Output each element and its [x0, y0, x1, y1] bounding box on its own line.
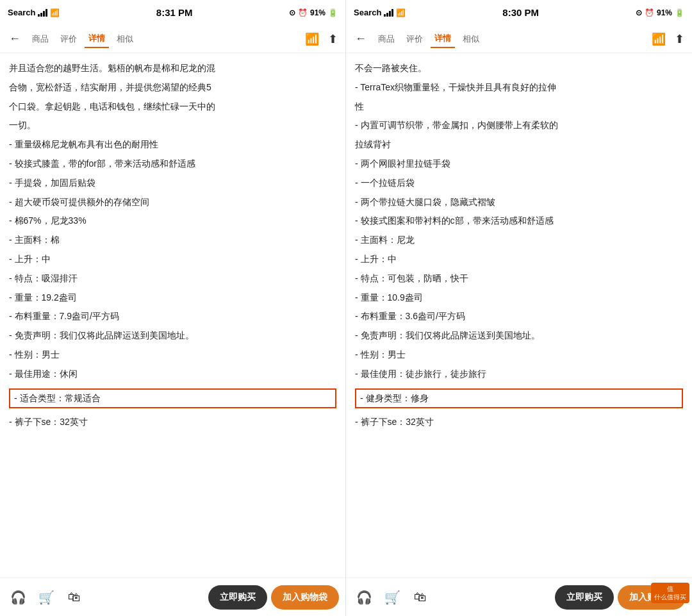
nav-bar-right: ← 商品 评价 详情 相似 📶 ⬆	[346, 25, 692, 53]
tab-detail-left[interactable]: 详情	[85, 30, 109, 48]
bottom-buttons-right: 立即购买 加入购物袋	[437, 585, 686, 610]
tab-product-left[interactable]: 商品	[28, 31, 53, 47]
bar4	[45, 9, 47, 17]
highlight-text-right: - 健身类型：修身	[355, 388, 683, 409]
content-line-0: 并且适合您的越野生活。魁梧的帆布是棉和尼龙的混	[9, 61, 336, 76]
content-line-1: 合物，宽松舒适，结实耐用，并提供您渴望的经典5	[9, 80, 336, 96]
content-r-line-1: - TerraTex织物重量轻，干燥快并且具有良好的拉伸	[355, 80, 683, 96]
content-line-16: - 最佳用途：休闲	[9, 367, 336, 382]
content-r-line-4: 拉绒背衬	[355, 137, 683, 153]
store-icon-left[interactable]: 🛒	[35, 586, 58, 609]
time-left: 8:31 PM	[156, 7, 193, 18]
extra-line-0-right: - 裤子下se：32英寸	[355, 415, 683, 430]
status-bar-left: Search 📶 8:31 PM ⊙ ⏰ 91% 🔋	[0, 0, 345, 25]
share-icon-left[interactable]: ⬆	[325, 29, 340, 49]
content-line-11: - 特点：吸湿排汗	[9, 271, 336, 287]
content-r-line-12: - 重量：10.9盎司	[355, 290, 683, 306]
content-r-line-6: - 一个拉链后袋	[355, 176, 683, 191]
content-left: 并且适合您的越野生活。魁梧的帆布是棉和尼龙的混 合物，宽松舒适，结实耐用，并提供…	[0, 53, 345, 578]
highlight-row-left: - 适合类型：常规适合	[9, 386, 336, 412]
content-line-6: - 手提袋，加固后贴袋	[9, 176, 336, 191]
content-line-7: - 超大硬币袋可提供额外的存储空间	[9, 195, 336, 210]
bar1	[38, 14, 40, 17]
headphone-icon-left[interactable]: 🎧	[6, 586, 29, 609]
tab-similar-left[interactable]: 相似	[113, 31, 137, 47]
battery-icon-right: 🔋	[675, 8, 684, 17]
bottom-bar-left: 🎧 🛒 🛍 立即购买 加入购物袋	[0, 578, 345, 616]
phone-panel-right: Search 📶 8:30 PM ⊙ ⏰ 91% 🔋 ← 商品 评价 详情 相似…	[346, 0, 692, 616]
bar2	[40, 13, 42, 17]
content-line-12: - 重量：19.2盎司	[9, 290, 336, 306]
time-right: 8:30 PM	[502, 7, 539, 18]
alarm-icon-right: ⏰	[645, 8, 654, 17]
content-r-line-15: - 性别：男士	[355, 347, 683, 363]
content-line-13: - 布料重量：7.9盎司/平方码	[9, 309, 336, 324]
bottom-bar-right: 🎧 🛒 🛍 立即购买 加入购物袋	[346, 578, 692, 616]
signal-bars-left	[38, 9, 47, 17]
bag-icon-right[interactable]: 🛍	[409, 586, 432, 609]
content-r-line-3: - 内置可调节织带，带金属扣，内侧腰带上有柔软的	[355, 118, 683, 133]
content-r-line-10: - 上升：中	[355, 252, 683, 267]
tab-similar-right[interactable]: 相似	[459, 31, 483, 47]
status-bar-right: Search 📶 8:30 PM ⊙ ⏰ 91% 🔋	[346, 0, 692, 25]
bar1r	[384, 14, 386, 17]
tab-review-left[interactable]: 评价	[56, 31, 81, 47]
highlight-text-left: - 适合类型：常规适合	[9, 388, 336, 409]
nav-bar-left: ← 商品 评价 详情 相似 📶 ⬆	[0, 25, 345, 53]
content-line-5: - 较接式膝盖，带的for部，带来活动感和舒适感	[9, 156, 336, 172]
wifi-icon-right: 📶	[396, 8, 406, 17]
bar3	[43, 11, 45, 17]
status-right-left: ⊙ ⏰ 91% 🔋	[289, 8, 338, 17]
bar2r	[386, 13, 388, 17]
status-left-left: Search 📶	[8, 8, 60, 17]
content-line-4: - 重量级棉尼龙帆布具有出色的耐用性	[9, 137, 336, 153]
back-button-left[interactable]: ←	[5, 29, 24, 48]
content-right: 不会一路被夹住。 - TerraTex织物重量轻，干燥快并且具有良好的拉伸 性 …	[346, 53, 692, 578]
share-icon-right[interactable]: ⬆	[672, 29, 687, 49]
headphone-icon-right[interactable]: 🎧	[352, 586, 375, 609]
phone-panel-left: Search 📶 8:31 PM ⊙ ⏰ 91% 🔋 ← 商品 评价 详情 相似…	[0, 0, 346, 616]
extra-line-0-left: - 裤子下se：32英寸	[9, 415, 336, 430]
content-line-9: - 主面料：棉	[9, 233, 336, 248]
content-line-15: - 性别：男士	[9, 347, 336, 363]
bottom-buttons-left: 立即购买 加入购物袋	[91, 585, 339, 610]
content-line-2: 个口袋。拿起钥匙，电话和钱包，继续忙碌一天中的	[9, 99, 336, 115]
buy-button-right[interactable]: 立即购买	[555, 585, 614, 610]
battery-text-right: 91%	[657, 8, 672, 17]
bar3r	[389, 11, 391, 17]
content-r-line-5: - 两个网眼衬里拉链手袋	[355, 156, 683, 172]
content-r-line-2: 性	[355, 99, 683, 115]
bag-icon-left[interactable]: 🛍	[63, 586, 86, 609]
content-r-line-16: - 最佳使用：徒步旅行，徒步旅行	[355, 367, 683, 382]
content-r-line-13: - 布料重量：3.6盎司/平方码	[355, 309, 683, 324]
wifi-icon-left: 📶	[50, 8, 60, 17]
signal-text-left: Search	[8, 8, 35, 17]
location-icon-left: ⊙	[289, 8, 295, 17]
content-r-line-11: - 特点：可包装，防晒，快干	[355, 271, 683, 287]
content-r-line-9: - 主面料：尼龙	[355, 233, 683, 248]
bar4r	[391, 9, 393, 17]
highlight-row-right: - 健身类型：修身	[355, 386, 683, 412]
content-line-14: - 免责声明：我们仅将此品牌运送到美国地址。	[9, 328, 336, 344]
wireless-icon-right[interactable]: 📶	[649, 29, 668, 49]
battery-icon-left: 🔋	[328, 8, 338, 17]
watermark: 值什么值得买	[651, 583, 689, 603]
content-r-line-8: - 较接式图案和带衬料的c部，带来活动感和舒适感	[355, 213, 683, 229]
content-line-3: 一切。	[9, 118, 336, 133]
status-left-right: Search 📶	[354, 8, 406, 17]
store-icon-right[interactable]: 🛒	[381, 586, 404, 609]
signal-bars-right	[384, 9, 393, 17]
wireless-icon-left[interactable]: 📶	[302, 29, 322, 49]
tab-review-right[interactable]: 评价	[402, 31, 427, 47]
location-icon-right: ⊙	[636, 8, 642, 17]
content-r-line-0: 不会一路被夹住。	[355, 61, 683, 76]
content-r-line-14: - 免责声明：我们仅将此品牌运送到美国地址。	[355, 328, 683, 344]
buy-button-left[interactable]: 立即购买	[208, 585, 267, 610]
back-button-right[interactable]: ←	[351, 29, 370, 48]
content-line-10: - 上升：中	[9, 252, 336, 267]
tab-product-right[interactable]: 商品	[374, 31, 399, 47]
battery-text-left: 91%	[310, 8, 325, 17]
cart-button-left[interactable]: 加入购物袋	[271, 585, 339, 610]
tab-detail-right[interactable]: 详情	[431, 30, 455, 48]
alarm-icon-left: ⏰	[298, 8, 308, 17]
